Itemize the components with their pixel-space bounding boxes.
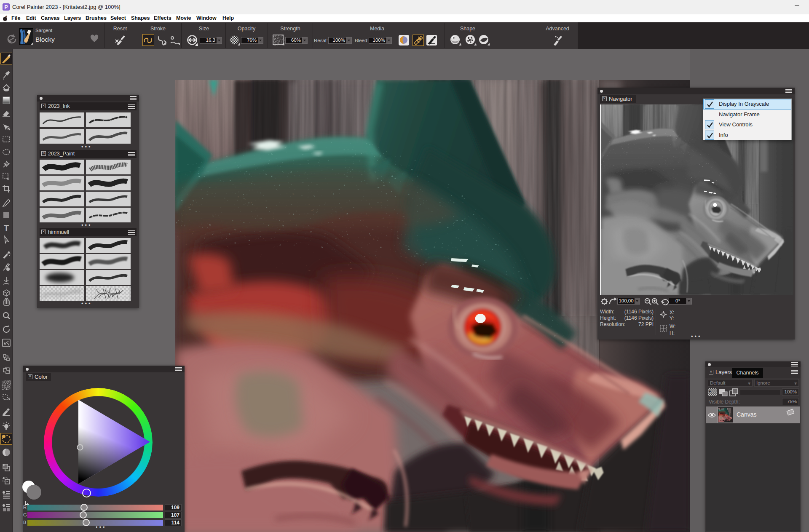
svg-text:●: ● bbox=[709, 389, 711, 393]
svg-text:T: T bbox=[4, 223, 9, 233]
svg-text:P: P bbox=[4, 4, 8, 10]
